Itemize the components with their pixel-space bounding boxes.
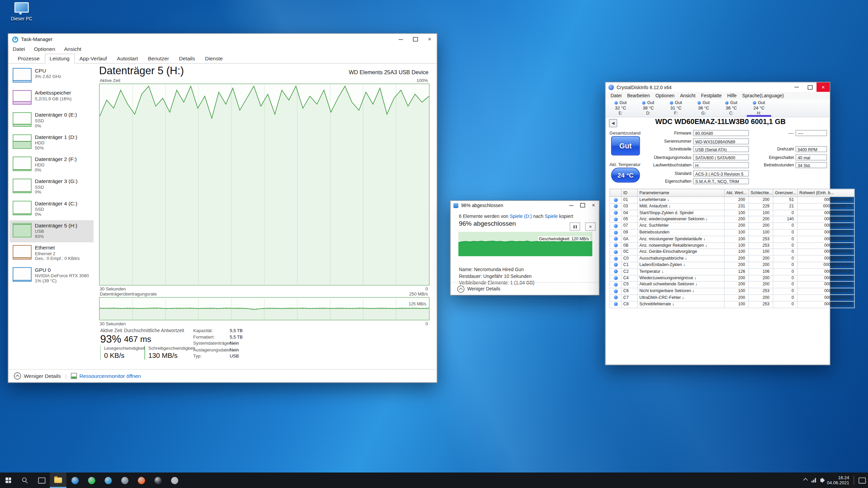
cdi-minimize-button[interactable] (790, 82, 803, 92)
smart-row-0A[interactable]: 0AAnz. misslungener Spindelanläufe ↓1002… (610, 236, 854, 242)
taskbar-apps (50, 472, 183, 488)
tm-tab-dienste[interactable]: Dienste (200, 54, 228, 63)
cancel-copy-button[interactable]: × (585, 222, 596, 230)
tm-sidebar-item-gpu-0[interactable]: GPU 0NVIDIA GeForce RTX 30801% (39 °C) (9, 264, 94, 286)
taskbar-app-settings[interactable] (166, 472, 183, 488)
tm-tab-benutzer[interactable]: Benutzer (143, 54, 174, 63)
less-details-button[interactable]: Weniger Details (24, 373, 61, 379)
desktop-icon-dieser-pc[interactable]: Dieser PC (7, 2, 37, 22)
start-button[interactable] (0, 472, 17, 488)
taskbar-app-whatsapp[interactable] (83, 472, 100, 488)
tm-sidebar-item-datentr-ger-3-g[interactable]: Datenträger 3 (G:)SSD0% (9, 176, 94, 198)
close-button[interactable]: × (422, 34, 437, 45)
taskbar-clock[interactable]: 16:24 04.06.2021 (827, 475, 849, 486)
tm-sidebar-item-ethernet[interactable]: EthernetEthernet 2Ges.: 0 Empf.: 0 KBit/… (9, 242, 94, 264)
cdi-menu-hilfe[interactable]: Hilfe (725, 93, 739, 98)
cdi-drive-g[interactable]: Gut36 °CG: (690, 100, 717, 117)
smart-cell-id: C1 (622, 262, 637, 268)
drive-status: Gut (703, 100, 710, 106)
tm-sidebar-item-datentr-ger-4-c[interactable]: Datenträger 4 (C:)SSD0% (9, 198, 94, 220)
action-center-icon[interactable] (859, 477, 866, 483)
health-status-button[interactable]: Gut (611, 136, 640, 156)
tm-menu-ansicht[interactable]: Ansicht (64, 46, 81, 52)
resource-monitor-link[interactable]: Ressourcenmonitor öffnen (79, 373, 141, 379)
smart-row-C8[interactable]: C8Schreibfehlerrate ↓1002530000000000000 (610, 301, 854, 308)
cdi-drive-h[interactable]: Gut24 °CH: (745, 100, 773, 117)
cdi-drive-c[interactable]: Gut36 °CC: (717, 100, 745, 117)
tm-sidebar-item-datentr-ger-1-d[interactable]: Datenträger 1 (D:)HDD50% (9, 132, 94, 154)
write-speed-value: 130 MB/s (149, 352, 191, 360)
cdi-menu-sprache-language[interactable]: Sprache(Language) (739, 93, 787, 98)
copy-close-button[interactable]: × (588, 201, 599, 210)
copy-target-link[interactable]: Spiele (545, 214, 558, 219)
tm-tab-prozesse[interactable]: Prozesse (13, 54, 45, 63)
tm-tab-autostart[interactable]: Autostart (112, 54, 143, 63)
cdi-menu-optionen[interactable]: Optionen (653, 93, 677, 98)
copy-less-details-button[interactable]: Weniger Details (467, 286, 500, 291)
smart-row-09[interactable]: 09Betriebsstunden1001000000000000022 (610, 229, 854, 236)
copy-maximize-button[interactable] (577, 201, 588, 210)
taskbar-app-edge[interactable] (66, 472, 83, 488)
volume-icon[interactable] (821, 479, 823, 482)
tm-sidebar-item-datentr-ger-5-h[interactable]: Datenträger 5 (H:)USB93% (9, 220, 94, 242)
smart-row-0C[interactable]: 0CAnz. Geräte-Einschaltvorgänge100100000… (610, 249, 854, 255)
smart-row-C4[interactable]: C4Wiederzuweisungsereignisse ↓2002000000… (610, 275, 854, 282)
search-button[interactable] (17, 472, 33, 488)
tm-tab-details[interactable]: Details (174, 54, 200, 63)
cdi-menu-bearbeiten[interactable]: Bearbeiten (624, 93, 652, 98)
smart-row-05[interactable]: 05Anz. wiederzugewiesener Sektoren ↓2002… (610, 216, 854, 223)
taskbar-app-file-explorer[interactable] (50, 472, 66, 488)
copy-dialog-titlebar[interactable]: 96% abgeschlossen × (451, 201, 599, 210)
back-arrow-button[interactable]: ◀ (609, 119, 617, 127)
active-time-max-label: 100% (417, 78, 428, 83)
tm-sidebar-item-cpu[interactable]: CPU3% 2,62 GHz (9, 65, 94, 87)
tm-tab-app-verlauf[interactable]: App-Verlauf (75, 54, 112, 63)
smart-row-C2[interactable]: C2Temperatur ↓1261060000000000018 (610, 268, 854, 275)
tm-sidebar-item-datentr-ger-0-e[interactable]: Datenträger 0 (E:)SSD0% (9, 109, 94, 131)
tm-sidebar-item-datentr-ger-2-f[interactable]: Datenträger 2 (F:)HDD0% (9, 154, 94, 176)
smart-row-04[interactable]: 04Start/Stopp-Zyklen d. Spindel100100000… (610, 210, 854, 216)
smart-row-C7[interactable]: C7UltraDMA-CRC-Fehler ↓20020000000000000… (610, 294, 854, 301)
cdi-menu-datei[interactable]: Datei (608, 93, 625, 98)
taskbar-app-firefox[interactable] (133, 472, 150, 488)
chevron-up-icon[interactable] (457, 285, 465, 292)
smart-row-C6[interactable]: C6Nicht korrigierbare Sektoren ↓10025300… (610, 288, 854, 294)
copy-line-mid: nach (532, 214, 545, 219)
smart-cell-dot (610, 275, 621, 282)
tm-sidebar-item-arbeitsspeicher[interactable]: Arbeitsspeicher5,2/31,9 GB (16%) (9, 87, 94, 109)
pause-button[interactable] (570, 222, 580, 230)
smart-row-C1[interactable]: C1Laden/Entladen-Zyklen ↓200200000000000… (610, 262, 854, 268)
cdi-drive-d[interactable]: Gut38 °CD: (634, 100, 662, 117)
smart-row-C0[interactable]: C0Ausschaltungsabbrüche ↓200200000000000… (610, 256, 854, 262)
copy-source-link[interactable]: Spiele (D:) (510, 214, 532, 219)
cdi-close-button[interactable]: × (816, 82, 830, 92)
smart-row-01[interactable]: 01Lesefehlerrate ↓20020051000000000000 (610, 197, 854, 203)
temperature-button[interactable]: 24 °C (611, 168, 640, 183)
taskbar-app-telegram[interactable] (100, 472, 116, 488)
cdi-menu-festplatte[interactable]: Festplatte (698, 93, 724, 98)
smart-row-C5[interactable]: C5Aktuell schwebende Sektoren ↓200200000… (610, 282, 854, 288)
taskbar-app-steam[interactable] (116, 472, 133, 488)
minimize-button[interactable] (394, 34, 408, 45)
smart-row-0B[interactable]: 0BAnz. notwendiger Rekalibrierungen ↓100… (610, 242, 854, 249)
tray-chevron-up-icon[interactable] (803, 478, 808, 483)
maximize-button[interactable] (408, 34, 422, 45)
tm-menu-datei[interactable]: Datei (13, 46, 25, 52)
smart-row-07[interactable]: 07Anz. Suchfehler2002000000000000000 (610, 223, 854, 229)
smart-row-03[interactable]: 03Mittl. Anlaufzeit ↓23122921000000000D7… (610, 203, 854, 210)
network-icon[interactable] (811, 478, 816, 483)
chevron-up-icon[interactable] (14, 372, 21, 380)
cdi-maximize-button[interactable] (803, 82, 816, 92)
copy-minimize-button[interactable] (566, 201, 577, 210)
disk-thumbnail-icon (13, 201, 32, 215)
cdi-drive-e[interactable]: Gut32 °CE: (607, 100, 634, 117)
cdi-titlebar[interactable]: CrystalDiskInfo 8.12.0 x64 × (606, 82, 830, 92)
taskbar-app-epic-games[interactable] (150, 472, 166, 488)
cdi-drive-f[interactable]: Gut31 °CF: (662, 100, 690, 117)
task-manager-titlebar[interactable]: Task-Manager × (8, 34, 437, 45)
tm-tab-leistung[interactable]: Leistung (45, 54, 75, 63)
task-view-button[interactable] (33, 472, 50, 488)
tm-menu-optionen[interactable]: Optionen (34, 46, 55, 52)
drive-temp: 36 °C (690, 105, 717, 111)
cdi-menu-ansicht[interactable]: Ansicht (677, 93, 698, 98)
